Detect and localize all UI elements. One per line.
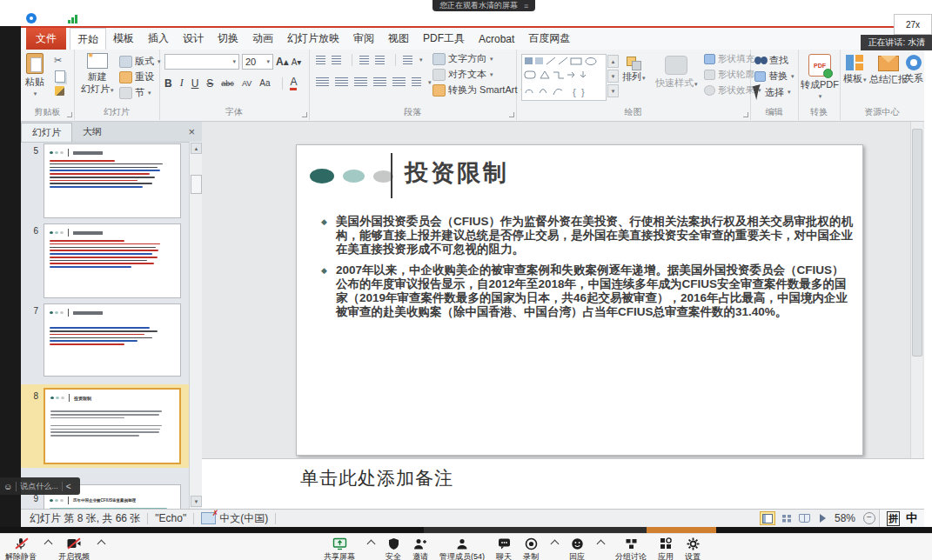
collapse-chat-icon[interactable]: < [66,482,71,491]
section-button[interactable]: 节▾ [119,86,151,99]
layout-button[interactable]: 版式▾ [119,55,161,68]
theme-name[interactable]: "Echo" [155,512,186,524]
notes-placeholder[interactable]: 单击此处添加备注 [300,466,453,490]
change-case-button[interactable]: Aa [259,78,270,88]
scroll-down-icon[interactable]: ▼ [191,496,202,507]
video-options-chevron[interactable] [97,540,106,549]
spellcheck-icon[interactable] [201,512,216,524]
settings-button[interactable]: 设置 [685,537,701,560]
shrink-font-button[interactable]: A▾ [292,57,302,67]
italic-button[interactable]: I [180,77,184,90]
apps-button[interactable]: 应用 [658,537,674,560]
paste-button[interactable]: 粘贴▾ [25,53,44,97]
panel-scrollbar[interactable]: ▲ ▼ [189,142,202,509]
share-options-chevron[interactable] [367,540,376,549]
quick-styles-button[interactable]: 快速样式▾ [655,56,698,90]
drawing-dialog-launcher[interactable] [743,112,748,117]
tab-transition[interactable]: 切换 [211,28,245,50]
underline-button[interactable]: U [191,77,199,90]
tab-pdf-tools[interactable]: PDF工具 [416,28,472,50]
font-color-button[interactable]: A [290,76,297,90]
slide-body-textbox[interactable]: 美国外国投资委员会（CFIUS）作为监督外资在美投资、行使相关法案执行权及相关交… [321,215,854,327]
tab-insert[interactable]: 插入 [141,28,176,50]
ime-indicator[interactable]: 拼 中 [879,510,924,527]
summary-report-button[interactable]: 总结汇报 [869,56,908,86]
smartart-button[interactable]: 转换为 SmartArt▾ [432,83,524,97]
slide-thumbnail-6[interactable] [44,223,181,298]
slide-thumbnail-8[interactable]: 投资限制 [44,388,181,464]
reading-view-button[interactable] [798,512,812,524]
paragraph-dialog-launcher[interactable] [509,112,514,117]
arrange-button[interactable]: 排列▾ [622,57,646,83]
char-spacing-button[interactable]: AV [242,79,251,88]
language-indicator[interactable]: 中文(中国) [219,511,268,526]
reset-button[interactable]: 重设 [119,70,154,83]
select-button[interactable]: 选择▾ [754,85,791,99]
clipboard-dialog-launcher[interactable] [67,112,72,117]
notes-pane[interactable]: 单击此处添加备注 [202,458,924,510]
columns-icon[interactable] [412,77,421,87]
decrease-indent-icon[interactable] [359,56,369,65]
bold-button[interactable]: B [164,77,172,90]
breakout-rooms-button[interactable]: 分组讨论 [615,537,647,560]
canvas-scrollbar[interactable] [910,122,922,458]
scroll-up-icon[interactable]: ▲ [191,143,202,154]
copy-button[interactable] [55,70,65,83]
shapes-scroll[interactable]: ▴▾▾ [607,55,619,97]
reactions-options-chevron[interactable] [597,540,606,549]
line-spacing-icon[interactable] [403,56,412,65]
reactions-button[interactable]: 回应 [569,537,585,560]
share-screen-button[interactable]: 共享屏幕 [324,537,355,560]
close-panel-icon[interactable]: × [188,125,195,138]
tab-outline[interactable]: 大纲 [72,123,112,141]
slide-sorter-view-button[interactable] [780,512,794,524]
slide-title[interactable]: 投资限制 [405,157,509,189]
banner-menu-icon[interactable]: ≡ [524,2,528,10]
relation-button[interactable]: 关系 [904,55,923,85]
justify-icon[interactable] [373,77,386,87]
record-button[interactable]: 录制 [523,537,539,560]
tab-template[interactable]: 模板 [106,28,141,50]
format-painter-button[interactable] [55,86,64,96]
tab-design[interactable]: 设计 [176,28,211,50]
find-button[interactable]: 查找 [754,54,788,67]
audio-options-chevron[interactable] [44,540,53,549]
slideshow-button[interactable] [816,512,830,524]
slide-thumbnail-5[interactable] [44,143,181,218]
new-slide-button[interactable]: 新建 幻灯片▾ [81,53,114,96]
chat-button[interactable]: 聊天 [496,537,512,560]
font-name-combo[interactable]: ▾ [164,54,239,70]
chat-input-placeholder[interactable]: 说点什么... [20,481,58,492]
strikethrough-button[interactable]: S [206,77,213,90]
file-menu-button[interactable]: 文件 [26,28,66,50]
strike-abc-button[interactable]: abc [221,79,234,88]
security-button[interactable]: 安全 [386,537,401,560]
tab-slideshow[interactable]: 幻灯片放映 [280,28,346,50]
slide-thumbnail-7[interactable] [44,303,181,377]
scrollbar-thumb[interactable] [191,175,202,194]
grow-font-button[interactable]: A▴ [276,56,289,68]
normal-view-button[interactable] [760,511,775,525]
record-options-chevron[interactable] [551,540,560,549]
tab-acrobat[interactable]: Acrobat [472,28,521,50]
emoji-icon[interactable]: ☺ [3,482,12,491]
convert-pdf-button[interactable]: PDF 转成PDF▾ [801,54,839,100]
start-video-button[interactable]: 开启视频 [58,537,90,560]
tab-slides[interactable]: 幻灯片 [21,123,72,142]
chat-overlay[interactable]: ☺ 说点什么... < [0,477,80,495]
font-dialog-launcher[interactable] [302,112,307,117]
cut-button[interactable]: ✂ [54,55,62,66]
tray-app-icon[interactable] [26,13,37,23]
shapes-gallery[interactable]: {} [521,54,607,101]
numbering-icon[interactable] [332,56,341,65]
ime-pinyin[interactable]: 拼 [887,511,900,526]
tab-review[interactable]: 审阅 [346,28,381,50]
text-direction-button[interactable]: 文字方向▾ [432,52,493,65]
align-right-icon[interactable] [354,77,367,87]
align-left-icon[interactable] [316,77,329,87]
zoom-level[interactable]: 58% [835,512,855,524]
invite-button[interactable]: 邀请 [412,537,428,560]
template-button[interactable]: 模板▾ [843,55,867,85]
tab-animation[interactable]: 动画 [245,28,280,50]
tab-baidu-netdisk[interactable]: 百度网盘 [521,28,577,50]
